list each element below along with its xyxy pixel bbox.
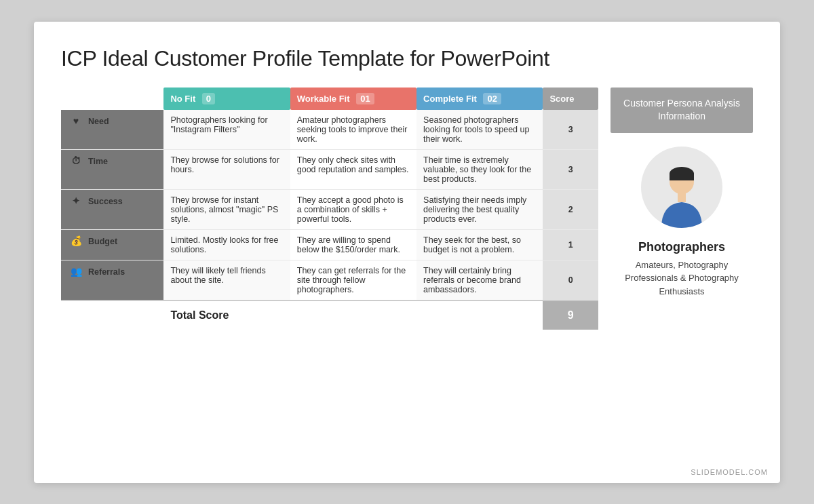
cat-icon: ⏱ bbox=[68, 155, 84, 166]
td-nofit: Photographers looking for "Instagram Fil… bbox=[163, 110, 290, 150]
cat-icon: ♥ bbox=[68, 115, 84, 126]
slide-title: ICP Ideal Customer Profile Template for … bbox=[61, 46, 753, 71]
td-workable: They are willing to spend below the $150… bbox=[290, 229, 416, 260]
nofit-badge: 0 bbox=[202, 93, 215, 104]
watermark: SLIDEMODEL.COM bbox=[691, 468, 768, 476]
cat-icon: 👥 bbox=[68, 266, 84, 277]
workable-label: Workable Fit bbox=[297, 94, 350, 104]
td-score: 0 bbox=[543, 260, 598, 301]
td-complete: Their time is extremely valuable, so the… bbox=[416, 149, 543, 189]
td-score: 2 bbox=[543, 189, 598, 229]
td-complete: They will certainly bring referrals or b… bbox=[416, 260, 543, 301]
table-body: ♥NeedPhotographers looking for "Instagra… bbox=[61, 110, 598, 301]
td-complete: Seasoned photographers looking for tools… bbox=[416, 110, 543, 150]
nofit-label: No Fit bbox=[170, 94, 195, 104]
cat-cell-budget: 💰Budget bbox=[61, 229, 163, 260]
table-row: ⏱TimeThey browse for solutions for hours… bbox=[61, 149, 598, 189]
total-score: 9 bbox=[543, 301, 598, 330]
table-row: 💰BudgetLimited. Mostly looks for free so… bbox=[61, 229, 598, 260]
table-row: ♥NeedPhotographers looking for "Instagra… bbox=[61, 110, 598, 150]
cat-cell-referrals: 👥Referrals bbox=[61, 260, 163, 301]
td-complete: Satisfying their needs imply delivering … bbox=[416, 189, 543, 229]
cat-label: Time bbox=[88, 157, 108, 166]
table-section: No Fit 0 Workable Fit 01 Complete Fit 02… bbox=[61, 88, 598, 330]
cat-label: Budget bbox=[88, 237, 117, 246]
cat-label: Success bbox=[88, 197, 123, 206]
workable-badge: 01 bbox=[356, 93, 374, 104]
td-workable: They accept a good photo is a combinatio… bbox=[290, 189, 416, 229]
td-nofit: They will likely tell friends about the … bbox=[163, 260, 290, 301]
panel-header: Customer Persona Analysis Information bbox=[610, 88, 753, 133]
avatar-svg bbox=[648, 167, 716, 228]
th-complete: Complete Fit 02 bbox=[416, 88, 543, 110]
td-workable: They can get referrals for the site thro… bbox=[290, 260, 416, 301]
right-panel: Customer Persona Analysis Information Ph… bbox=[610, 88, 753, 330]
td-nofit: They browse for solutions for hours. bbox=[163, 149, 290, 189]
td-score: 1 bbox=[543, 229, 598, 260]
cat-icon: ✦ bbox=[68, 195, 84, 206]
cat-cell-need: ♥Need bbox=[61, 110, 163, 150]
complete-label: Complete Fit bbox=[423, 94, 477, 104]
cat-cell-success: ✦Success bbox=[61, 189, 163, 229]
cat-label: Need bbox=[88, 117, 109, 126]
td-complete: They seek for the best, so budget is not… bbox=[416, 229, 543, 260]
td-nofit: Limited. Mostly looks for free solutions… bbox=[163, 229, 290, 260]
cat-icon: 💰 bbox=[68, 235, 84, 246]
th-nofit: No Fit 0 bbox=[163, 88, 290, 110]
cat-label: Referrals bbox=[88, 267, 125, 277]
td-workable: They only check sites with good reputati… bbox=[290, 149, 416, 189]
slide: ICP Ideal Customer Profile Template for … bbox=[34, 22, 780, 483]
complete-badge: 02 bbox=[483, 93, 501, 104]
th-score: Score bbox=[543, 88, 598, 110]
persona-desc: Amateurs, Photography Professionals & Ph… bbox=[610, 258, 753, 298]
td-workable: Amateur photographers seeking tools to i… bbox=[290, 110, 416, 150]
table-row: 👥ReferralsThey will likely tell friends … bbox=[61, 260, 598, 301]
td-score: 3 bbox=[543, 149, 598, 189]
td-score: 3 bbox=[543, 110, 598, 150]
th-empty bbox=[61, 88, 163, 110]
header-row: No Fit 0 Workable Fit 01 Complete Fit 02… bbox=[61, 88, 598, 110]
cat-cell-time: ⏱Time bbox=[61, 149, 163, 189]
table-row: ✦SuccessThey browse for instant solution… bbox=[61, 189, 598, 229]
icp-table: No Fit 0 Workable Fit 01 Complete Fit 02… bbox=[61, 88, 598, 330]
total-label: Total Score bbox=[163, 301, 543, 330]
total-row: Total Score 9 bbox=[61, 301, 598, 330]
th-workable: Workable Fit 01 bbox=[290, 88, 416, 110]
svg-rect-2 bbox=[670, 174, 694, 180]
persona-name: Photographers bbox=[638, 240, 725, 254]
td-nofit: They browse for instant solutions, almos… bbox=[163, 189, 290, 229]
avatar-wrap bbox=[641, 147, 722, 228]
main-layout: No Fit 0 Workable Fit 01 Complete Fit 02… bbox=[61, 88, 753, 330]
svg-rect-3 bbox=[678, 191, 686, 202]
